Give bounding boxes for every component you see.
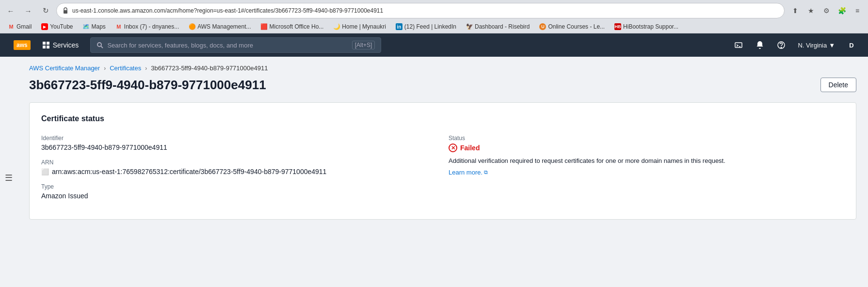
bookmark-ms-office[interactable]: 🟥 Microsoft Office Ho...	[257, 22, 328, 31]
aws-logo-text: aws	[14, 40, 31, 50]
bookmark-gmail-label: Gmail	[16, 23, 32, 30]
refresh-button[interactable]: ↻	[39, 4, 52, 17]
cert-right-column: Status ✕ Failed Additional verification …	[449, 135, 844, 207]
certificate-status-card: Certificate status Identifier 3b667723-5…	[29, 102, 856, 220]
svg-rect-7	[735, 43, 742, 48]
url-text: us-east-1.console.aws.amazon.com/acm/hom…	[72, 7, 383, 14]
cert-type-value: Amazon Issued	[41, 192, 437, 200]
bookmark-linkedin[interactable]: in (12) Feed | LinkedIn	[392, 22, 460, 31]
main-layout: ☰ AWS Certificate Manager › Certificates…	[0, 57, 868, 287]
help-icon	[777, 41, 786, 49]
lock-icon	[63, 7, 68, 14]
bookmark-mynaukri[interactable]: 🌙 Home | Mynaukri	[329, 22, 389, 31]
breadcrumb-acm-link[interactable]: AWS Certificate Manager	[29, 64, 100, 72]
search-input[interactable]	[107, 42, 348, 49]
maps-icon: 🗺️	[83, 23, 90, 30]
menu-button[interactable]: ≡	[851, 4, 864, 17]
bookmark-ms-office-label: Microsoft Office Ho...	[270, 23, 324, 30]
cert-arn-container: ⬜ arn:aws:acm:us-east-1:765982765312:cer…	[41, 168, 437, 175]
bell-icon	[756, 41, 764, 49]
bookmark-star-button[interactable]: ★	[804, 4, 818, 17]
breadcrumb: AWS Certificate Manager › Certificates ›…	[29, 64, 856, 72]
inbox-icon: M	[115, 23, 122, 30]
sidebar-toggle-area: ☰	[0, 57, 17, 287]
region-label: N. Virginia	[798, 42, 827, 49]
svg-line-6	[101, 46, 103, 48]
address-bar[interactable]: us-east-1.console.aws.amazon.com/acm/hom…	[56, 3, 785, 18]
aws-navbar: aws Services [Alt+S]	[0, 33, 868, 57]
cert-card-title: Certificate status	[41, 114, 844, 123]
cloudshell-icon	[734, 41, 743, 49]
bookmark-inbox[interactable]: M Inbox (7) - dnyanes...	[112, 22, 183, 31]
region-dropdown-icon: ▼	[829, 42, 835, 49]
online-courses-icon: U	[539, 23, 546, 30]
cert-type-field: Type Amazon Issued	[41, 183, 437, 200]
share-button[interactable]: ⬆	[788, 4, 802, 17]
bookmark-inbox-label: Inbox (7) - dnyanes...	[124, 23, 179, 30]
ms-office-icon: 🟥	[261, 23, 268, 30]
svg-rect-4	[47, 46, 49, 48]
notifications-button[interactable]	[751, 36, 769, 54]
bookmark-aws-mgmt[interactable]: 🟠 AWS Management...	[185, 22, 255, 31]
breadcrumb-sep-2: ›	[145, 65, 147, 72]
sidebar-toggle-button[interactable]: ☰	[3, 66, 15, 287]
bookmark-maps[interactable]: 🗺️ Maps	[79, 22, 110, 31]
cert-arn-label: ARN	[41, 159, 437, 166]
cert-status-value: Failed	[460, 144, 480, 152]
cert-arn-value: arn:aws:acm:us-east-1:765982765312:certi…	[52, 168, 326, 175]
aws-mgmt-icon: 🟠	[189, 23, 195, 30]
bookmark-gmail[interactable]: M Gmail	[4, 22, 35, 31]
extensions-button[interactable]: ⚙	[820, 4, 833, 17]
bookmark-online-courses-label: Online Courses - Le...	[548, 23, 605, 30]
gmail-icon: M	[8, 23, 15, 30]
bookmark-hibootstrap[interactable]: HB HiBootstrap Suppor...	[611, 22, 682, 31]
account-button[interactable]: D	[843, 36, 860, 54]
page-header: 3b667723-5ff9-4940-b879-9771000e4911 Del…	[29, 78, 856, 93]
bookmark-aws-mgmt-label: AWS Management...	[197, 23, 251, 30]
back-button[interactable]: ←	[4, 4, 17, 17]
svg-rect-1	[43, 42, 46, 45]
search-container: [Alt+S]	[90, 37, 381, 53]
cert-identifier-field: Identifier 3b667723-5ff9-4940-b879-97710…	[41, 135, 437, 151]
search-shortcut: [Alt+S]	[352, 41, 375, 49]
youtube-icon: ▶	[41, 23, 48, 30]
mynaukri-icon: 🌙	[333, 23, 340, 30]
bookmark-youtube-label: YouTube	[50, 23, 73, 30]
risebird-icon: 🦅	[466, 23, 473, 30]
learn-more-link[interactable]: Learn more. ⧉	[449, 169, 488, 176]
page-title: 3b667723-5ff9-4940-b879-9771000e4911	[29, 78, 266, 93]
cloudshell-button[interactable]	[730, 36, 747, 54]
breadcrumb-certificates-link[interactable]: Certificates	[110, 64, 141, 72]
browser-chrome: ← → ↻ us-east-1.console.aws.amazon.com/a…	[0, 0, 868, 33]
bookmark-linkedin-label: (12) Feed | LinkedIn	[404, 23, 456, 30]
bookmark-maps-label: Maps	[92, 23, 106, 30]
bookmark-online-courses[interactable]: U Online Courses - Le...	[535, 22, 609, 31]
bookmarks-bar: M Gmail ▶ YouTube 🗺️ Maps M Inbox (7) - …	[0, 21, 868, 33]
region-selector[interactable]: N. Virginia ▼	[794, 42, 839, 49]
aws-logo[interactable]: aws	[8, 40, 36, 50]
svg-rect-3	[43, 46, 46, 48]
svg-point-5	[97, 43, 101, 47]
breadcrumb-sep-1: ›	[104, 65, 106, 72]
bookmark-risebird[interactable]: 🦅 Dashboard - Risebird	[462, 22, 533, 31]
grid-icon	[42, 41, 50, 49]
puzzle-button[interactable]: 🧩	[835, 4, 849, 17]
cert-status-failed: ✕ Failed	[449, 144, 844, 152]
cert-status-label: Status	[449, 135, 844, 142]
cert-type-label: Type	[41, 183, 437, 190]
svg-rect-2	[47, 42, 49, 45]
delete-button[interactable]: Delete	[820, 78, 856, 92]
bookmark-hibootstrap-label: HiBootstrap Suppor...	[623, 23, 678, 30]
copy-arn-button[interactable]: ⬜	[41, 168, 49, 175]
forward-button[interactable]: →	[21, 4, 35, 17]
services-button[interactable]: Services	[36, 33, 85, 57]
failed-icon: ✕	[449, 144, 457, 152]
cert-details-grid: Identifier 3b667723-5ff9-4940-b879-97710…	[41, 135, 844, 207]
search-box[interactable]: [Alt+S]	[90, 37, 381, 53]
svg-rect-0	[64, 10, 67, 14]
search-icon	[96, 42, 103, 48]
linkedin-icon: in	[396, 23, 402, 30]
bookmark-youtube[interactable]: ▶ YouTube	[37, 22, 77, 31]
cert-arn-field: ARN ⬜ arn:aws:acm:us-east-1:765982765312…	[41, 159, 437, 175]
support-button[interactable]	[772, 36, 790, 54]
